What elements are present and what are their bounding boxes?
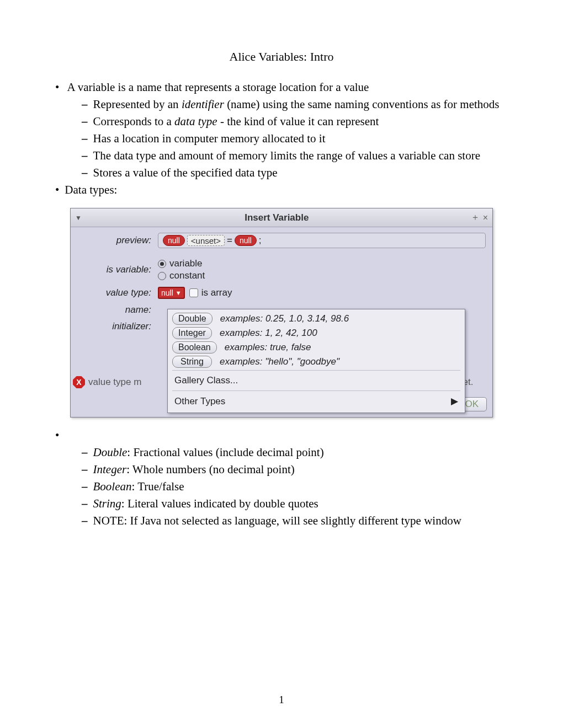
page-title: Alice Variables: Intro bbox=[55, 50, 508, 64]
desc-integer: Integer: Whole numbers (no decimal point… bbox=[82, 463, 508, 477]
radio-icon bbox=[158, 272, 166, 280]
top-list: A variable is a name that represents a s… bbox=[55, 81, 508, 197]
desc-string: String: Literal values indicated by doub… bbox=[82, 497, 508, 511]
chevron-right-icon: ▶ bbox=[451, 395, 458, 407]
popup-other-types[interactable]: Other Types ▶ bbox=[172, 393, 460, 409]
label-initializer: initializer: bbox=[75, 321, 158, 332]
type-button-integer[interactable]: Integer bbox=[172, 327, 212, 339]
desc-list: Double: Fractional values (include decim… bbox=[55, 429, 508, 528]
error-icon: X bbox=[73, 376, 85, 388]
page-number: 1 bbox=[0, 694, 563, 706]
type-popup: Double examples: 0.25, 1.0, 3.14, 98.6 I… bbox=[167, 309, 465, 413]
desc-boolean: Boolean: True/false bbox=[82, 480, 508, 494]
bullet-variable-def: A variable is a name that represents a s… bbox=[55, 81, 508, 180]
popup-row-double[interactable]: Double examples: 0.25, 1.0, 3.14, 98.6 bbox=[172, 313, 460, 325]
sub-datatype: Corresponds to a data type - the kind of… bbox=[82, 115, 508, 129]
popup-row-integer[interactable]: Integer examples: 1, 2, 42, 100 bbox=[172, 327, 460, 339]
radio-variable[interactable]: variable bbox=[158, 258, 205, 269]
sub-identifier: Represented by an identifier (name) usin… bbox=[82, 98, 508, 111]
sub-list-1: Represented by an identifier (name) usin… bbox=[82, 98, 508, 180]
type-button-string[interactable]: String bbox=[172, 356, 212, 368]
label-name: name: bbox=[75, 304, 158, 315]
dialog-body: preview: null <unset> = null ; is variab… bbox=[71, 227, 492, 394]
maximize-icon[interactable]: ＋ bbox=[471, 212, 480, 223]
text: A variable is a name that represents a s… bbox=[67, 81, 369, 94]
error-text-left: value type m bbox=[88, 377, 141, 388]
radio-label: constant bbox=[169, 270, 205, 281]
radio-constant[interactable]: constant bbox=[158, 270, 205, 281]
null-text: null bbox=[161, 288, 173, 297]
dialog-title: Insert Variable bbox=[86, 212, 468, 223]
row-is-variable: is variable: variable constant bbox=[75, 258, 486, 281]
row-preview: preview: null <unset> = null ; bbox=[75, 233, 486, 248]
type-examples: examples: true, false bbox=[225, 342, 311, 353]
null-chip: null bbox=[163, 235, 185, 246]
bullet-data-types: Data types: bbox=[55, 183, 508, 197]
is-array-label: is array bbox=[201, 287, 232, 298]
type-examples: examples: "hello", "goodbye" bbox=[220, 356, 339, 367]
radio-label: variable bbox=[169, 258, 203, 269]
type-examples: examples: 1, 2, 42, 100 bbox=[220, 328, 317, 339]
value-type-dropdown[interactable]: null ▼ bbox=[158, 287, 185, 299]
popup-gallery-class[interactable]: Gallery Class... bbox=[172, 373, 460, 388]
label-preview: preview: bbox=[75, 235, 158, 246]
type-examples: examples: 0.25, 1.0, 3.14, 98.6 bbox=[220, 313, 349, 324]
chevron-down-icon: ▼ bbox=[176, 290, 182, 296]
label-is-variable: is variable: bbox=[75, 264, 158, 275]
equals-sign: = bbox=[227, 235, 232, 246]
unset-chip: <unset> bbox=[187, 235, 225, 246]
sub-memory-loc: Has a location in computer memory alloca… bbox=[82, 132, 508, 146]
desc-sub-list: Double: Fractional values (include decim… bbox=[82, 446, 508, 528]
preview-box: null <unset> = null ; bbox=[158, 233, 486, 248]
null-chip-2: null bbox=[235, 235, 257, 246]
desc-double: Double: Fractional values (include decim… bbox=[82, 446, 508, 459]
menu-dropdown-icon[interactable]: ▼ bbox=[75, 214, 82, 222]
type-button-double[interactable]: Double bbox=[172, 313, 213, 325]
is-array-checkbox[interactable] bbox=[189, 288, 198, 297]
desc-note: NOTE: If Java not selected as language, … bbox=[82, 514, 508, 528]
popup-row-boolean[interactable]: Boolean examples: true, false bbox=[172, 341, 460, 354]
popup-row-string[interactable]: String examples: "hello", "goodbye" bbox=[172, 356, 460, 368]
dialog-titlebar[interactable]: ▼ Insert Variable ＋ × bbox=[71, 208, 492, 227]
type-button-boolean[interactable]: Boolean bbox=[172, 341, 217, 354]
semicolon: ; bbox=[259, 235, 262, 246]
radio-icon bbox=[158, 260, 166, 268]
label-value-type: value type: bbox=[75, 287, 158, 298]
sub-stores: Stores a value of the specified data typ… bbox=[82, 166, 508, 180]
sub-range: The data type and amount of memory limit… bbox=[82, 149, 508, 163]
close-icon[interactable]: × bbox=[483, 213, 488, 223]
row-value-type: value type: null ▼ is array bbox=[75, 287, 486, 299]
insert-variable-dialog: ▼ Insert Variable ＋ × preview: null <uns… bbox=[70, 208, 493, 417]
